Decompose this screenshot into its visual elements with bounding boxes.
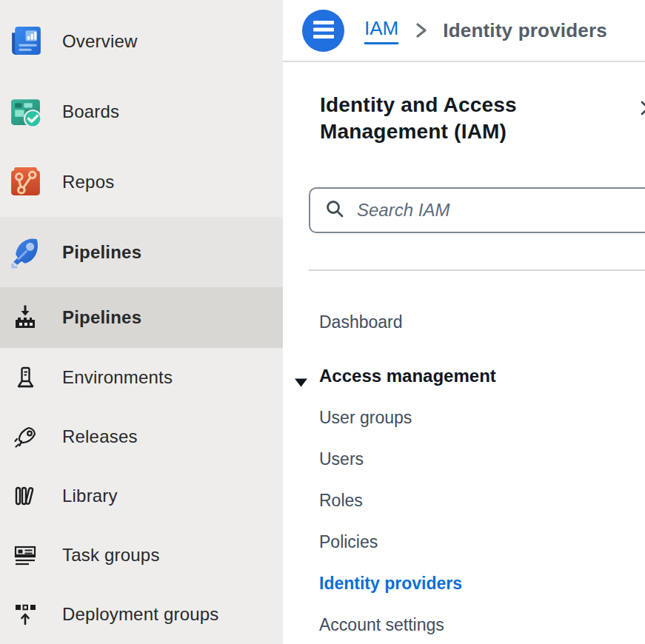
search-input[interactable] xyxy=(357,200,645,221)
sidebar-item-label: Library xyxy=(62,486,118,506)
sidebar-item-label: Deployment groups xyxy=(62,604,219,625)
sidebar-item-label: Overview xyxy=(62,31,138,52)
iam-nav-list: Dashboard Access management User groups … xyxy=(283,301,645,644)
sidebar-item-label: Releases xyxy=(62,426,138,447)
sidebar-item-label: Pipelines xyxy=(62,242,141,263)
environments-icon xyxy=(13,365,38,390)
nav-item-policies[interactable]: Policies xyxy=(283,521,645,563)
iam-nav-panel: Identity and Access Management (IAM) Das… xyxy=(283,64,645,644)
breadcrumb-current: Identity providers xyxy=(443,19,607,42)
sidebar-item-deployment-groups[interactable]: Deployment groups xyxy=(0,585,283,644)
page-title: Identity and Access Management (IAM) xyxy=(320,92,568,145)
nav-item-user-groups[interactable]: User groups xyxy=(283,397,645,438)
sidebar-item-label: Environments xyxy=(62,367,173,388)
divider xyxy=(309,269,645,271)
library-icon xyxy=(13,483,38,509)
nav-group-access-management[interactable]: Access management xyxy=(283,355,645,397)
nav-item-account-settings[interactable]: Account settings xyxy=(283,604,645,644)
breadcrumb-chevron-icon xyxy=(415,21,428,40)
sidebar-item-label: Boards xyxy=(62,101,119,122)
nav-item-identity-providers[interactable]: Identity providers xyxy=(283,563,645,604)
sidebar-item-task-groups[interactable]: Task groups xyxy=(0,526,283,585)
pipelines-rocket-icon xyxy=(7,234,44,270)
sidebar-item-releases[interactable]: Releases xyxy=(0,407,283,466)
pipelines-builds-icon xyxy=(13,305,38,330)
sidebar-item-boards[interactable]: Boards xyxy=(0,76,283,147)
nav-group-label: Access management xyxy=(319,366,496,386)
search-box xyxy=(309,187,645,233)
devops-sidebar: Overview Boards xyxy=(0,0,283,644)
nav-item-dashboard[interactable]: Dashboard xyxy=(283,301,645,343)
sidebar-item-repos[interactable]: Repos xyxy=(0,147,283,217)
overview-icon xyxy=(7,23,44,59)
sidebar-item-overview[interactable]: Overview xyxy=(0,6,283,76)
hamburger-menu-icon xyxy=(313,20,335,41)
caret-down-icon[interactable] xyxy=(294,372,308,382)
releases-icon xyxy=(13,424,38,449)
deployment-groups-icon xyxy=(13,602,38,627)
sidebar-item-label: Task groups xyxy=(62,545,160,566)
repos-icon xyxy=(7,164,44,200)
breadcrumb-root-link[interactable]: IAM xyxy=(364,17,398,44)
task-groups-icon xyxy=(13,543,38,568)
sidebar-item-library[interactable]: Library xyxy=(0,466,283,526)
sidebar-item-pipelines[interactable]: Pipelines xyxy=(0,287,283,348)
sidebar-item-label: Pipelines xyxy=(62,307,141,328)
aws-console-main: IAM Identity providers Identity and Acce… xyxy=(283,0,645,644)
sidebar-item-label: Repos xyxy=(62,172,114,192)
hamburger-menu-button[interactable] xyxy=(302,10,344,52)
nav-item-roles[interactable]: Roles xyxy=(283,480,645,521)
breadcrumb-bar: IAM Identity providers xyxy=(283,0,645,62)
boards-icon xyxy=(7,93,44,130)
sidebar-item-environments[interactable]: Environments xyxy=(0,348,283,407)
close-panel-icon[interactable] xyxy=(639,99,645,117)
sidebar-item-pipelines-hub[interactable]: Pipelines xyxy=(0,217,283,287)
search-icon xyxy=(324,198,345,222)
nav-item-users[interactable]: Users xyxy=(283,438,645,480)
